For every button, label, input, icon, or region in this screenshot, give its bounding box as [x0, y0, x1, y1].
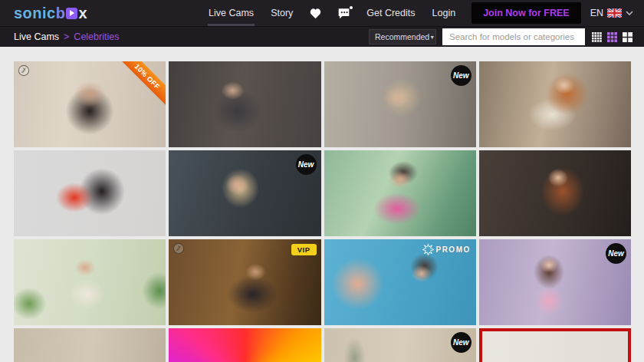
chevron-down-icon — [626, 11, 633, 15]
model-card[interactable] — [14, 328, 166, 362]
grid-medium-icon — [607, 32, 617, 42]
language-label: EN — [590, 8, 603, 18]
model-card[interactable] — [479, 150, 631, 236]
main-nav: Live Cams Story Get Credits Login Join N… — [200, 0, 633, 26]
filter-toolbar: Live Cams > Celebrities Recommended ▼ — [0, 26, 644, 47]
new-badge: New — [606, 243, 626, 264]
model-card[interactable] — [169, 61, 320, 147]
model-grid: 10% OFFNewNewVIPPROMONewNew — [14, 61, 631, 362]
dropdown-arrow-icon: ▼ — [429, 35, 435, 40]
chat-icon — [337, 8, 350, 19]
notification-dot — [350, 6, 353, 9]
breadcrumb: Live Cams > Celebrities — [14, 31, 369, 42]
heart-icon — [309, 8, 322, 19]
view-toggle-group — [592, 32, 632, 42]
breadcrumb-live-cams[interactable]: Live Cams — [14, 31, 59, 42]
join-now-button[interactable]: Join Now for FREE — [472, 2, 581, 24]
logo-text-sonic: sonic — [14, 5, 56, 22]
nav-get-credits[interactable]: Get Credits — [358, 0, 423, 26]
vip-badge: VIP — [291, 244, 317, 255]
search-input[interactable] — [442, 28, 585, 45]
logo-text-b: b — [56, 5, 66, 22]
favorites-button[interactable] — [301, 0, 330, 26]
model-card[interactable]: New — [479, 239, 631, 325]
new-badge: New — [451, 65, 472, 86]
nav-live-cams[interactable]: Live Cams — [200, 0, 262, 26]
uk-flag-icon — [607, 8, 622, 18]
grid-large-icon — [623, 32, 632, 42]
model-card[interactable] — [324, 150, 476, 236]
top-header: sonicbx Live Cams Story Get Credits Logi… — [0, 0, 644, 26]
new-badge: New — [451, 332, 472, 353]
model-card[interactable]: VIP — [169, 239, 320, 325]
model-card[interactable]: New — [324, 328, 476, 362]
nav-login[interactable]: Login — [424, 0, 465, 26]
discount-ribbon: 10% OFF — [116, 61, 166, 109]
grid-small-view-button[interactable] — [592, 32, 602, 42]
model-card[interactable] — [14, 239, 166, 325]
model-card[interactable] — [479, 328, 631, 362]
model-card[interactable] — [14, 150, 166, 236]
model-card[interactable] — [479, 61, 631, 147]
grid-medium-view-button[interactable] — [607, 32, 617, 42]
sort-dropdown[interactable]: Recommended ▼ — [369, 29, 436, 44]
site-logo[interactable]: sonicbx — [14, 5, 87, 22]
breadcrumb-separator: > — [64, 31, 69, 42]
brand-watermark-icon — [18, 64, 30, 77]
model-card[interactable]: New — [324, 61, 476, 147]
model-card[interactable] — [169, 328, 320, 362]
play-icon — [66, 8, 77, 19]
new-badge: New — [296, 154, 317, 175]
breadcrumb-celebrities[interactable]: Celebrities — [74, 31, 119, 42]
promo-starburst-icon — [422, 243, 435, 256]
sort-selected-value: Recommended — [375, 32, 429, 41]
model-card[interactable]: New — [169, 150, 320, 236]
promo-badge: PROMO — [422, 243, 470, 256]
messages-button[interactable] — [330, 0, 358, 26]
grid-large-view-button[interactable] — [623, 32, 632, 42]
brand-watermark-icon — [172, 242, 185, 255]
logo-text-x: x — [78, 5, 87, 22]
model-card[interactable]: 10% OFF — [14, 61, 166, 147]
language-selector[interactable]: EN — [590, 8, 633, 18]
model-card[interactable]: PROMO — [324, 239, 476, 325]
nav-story[interactable]: Story — [262, 0, 301, 26]
grid-small-icon — [592, 32, 602, 42]
